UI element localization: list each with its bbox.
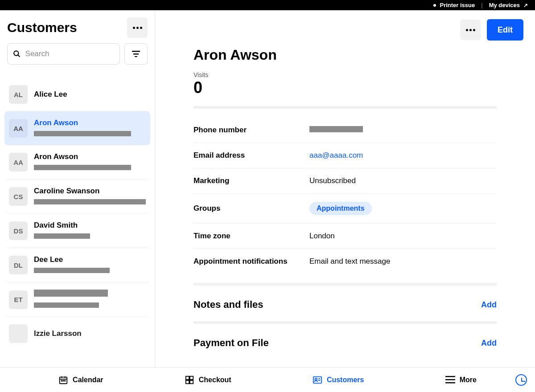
- sidebar-more-button[interactable]: [127, 17, 148, 38]
- customer-subtext: [34, 302, 146, 310]
- redacted-phone: [309, 126, 363, 132]
- groups-row: Groups Appointments: [193, 194, 497, 224]
- customer-name: Aron Awson: [34, 118, 146, 127]
- customer-name: Dee Lee: [34, 255, 146, 264]
- svg-point-10: [63, 380, 64, 381]
- customer-subtext: [34, 267, 146, 275]
- customer-text: Aron Awson: [34, 118, 146, 138]
- nav-customers-label: Customers: [327, 376, 364, 384]
- email-label: Email address: [193, 151, 309, 160]
- external-arrow-icon: ↗: [523, 2, 528, 8]
- customer-list[interactable]: ALAlice LeeAAAron AwsonAAAron AwsonCSCar…: [0, 70, 155, 367]
- detail-more-button[interactable]: [460, 20, 481, 40]
- notes-section-header: Notes and files Add: [193, 294, 497, 312]
- customer-name: Aron Awson: [34, 152, 146, 161]
- svg-rect-16: [313, 376, 321, 383]
- page-title: Customers: [7, 20, 77, 35]
- nav-checkout-label: Checkout: [199, 376, 231, 384]
- customers-sidebar: Customers ALAlice LeeAAAron AwsonAAAron: [0, 10, 155, 367]
- section-divider: [193, 321, 497, 324]
- section-divider: [193, 106, 497, 109]
- svg-rect-15: [190, 380, 193, 383]
- group-pill-appointments[interactable]: Appointments: [309, 202, 372, 215]
- grid-icon: [185, 375, 194, 385]
- notifications-row: Appointment notifications Email and text…: [193, 249, 497, 274]
- system-topbar: Printer issue | My devices ↗: [0, 0, 535, 10]
- search-box[interactable]: [7, 43, 120, 65]
- avatar: AA: [9, 119, 28, 138]
- add-payment-button[interactable]: Add: [481, 339, 497, 348]
- customer-name: [34, 290, 146, 299]
- timezone-value: London: [309, 232, 497, 241]
- filter-button[interactable]: [124, 43, 148, 65]
- customer-detail-panel: Edit Aron Awson Visits 0 Phone number Em…: [155, 10, 535, 367]
- add-notes-button[interactable]: Add: [481, 300, 497, 310]
- edit-button[interactable]: Edit: [487, 19, 523, 41]
- customer-subtext: [34, 198, 146, 206]
- redacted-bar: [34, 199, 146, 204]
- avatar: [9, 324, 28, 343]
- nav-calendar-label: Calendar: [73, 376, 103, 384]
- groups-label: Groups: [193, 204, 309, 213]
- customer-list-item[interactable]: ALAlice Lee: [4, 78, 150, 111]
- avatar: AA: [9, 153, 28, 172]
- customer-text: Aron Awson: [34, 152, 146, 172]
- timezone-label: Time zone: [193, 232, 309, 241]
- more-icon: [133, 27, 142, 29]
- customer-list-item[interactable]: DSDavid Smith: [4, 214, 150, 248]
- timezone-row: Time zone London: [193, 224, 497, 249]
- phone-value: [309, 126, 497, 135]
- customer-text: Dee Lee: [34, 255, 146, 275]
- nav-calendar[interactable]: Calendar: [58, 375, 103, 385]
- avatar: ET: [9, 290, 28, 309]
- phone-row: Phone number: [193, 118, 497, 143]
- menu-icon: [445, 375, 455, 385]
- calendar-icon: [58, 375, 68, 385]
- redacted-bar: [34, 302, 99, 308]
- printer-issue-alert[interactable]: Printer issue: [433, 2, 475, 8]
- svg-rect-20: [445, 376, 455, 377]
- customer-list-item[interactable]: AAAron Awson: [4, 111, 150, 145]
- marketing-row: Marketing Unsubscribed: [193, 168, 497, 194]
- nav-more-label: More: [460, 376, 477, 384]
- phone-label: Phone number: [193, 126, 309, 135]
- customer-list-item[interactable]: Izzie Larsson: [4, 317, 150, 350]
- customer-name: Izzie Larsson: [34, 329, 146, 338]
- redacted-bar: [34, 233, 90, 239]
- search-input[interactable]: [25, 49, 114, 58]
- customer-subtext: [34, 164, 146, 172]
- svg-point-9: [62, 380, 62, 381]
- avatar: DL: [9, 256, 28, 274]
- customer-name: David Smith: [34, 221, 146, 230]
- email-value[interactable]: aaa@aaaa.com: [309, 151, 497, 160]
- clock-icon[interactable]: [515, 374, 527, 386]
- groups-value: Appointments: [309, 202, 497, 215]
- customer-subtext: [34, 130, 146, 138]
- customer-list-item[interactable]: AAAron Awson: [4, 145, 150, 180]
- notifications-value: Email and text message: [309, 257, 497, 266]
- customer-list-item[interactable]: CSCaroline Swanson: [4, 180, 150, 214]
- svg-rect-13: [190, 376, 193, 379]
- customer-list-item[interactable]: ET: [4, 282, 150, 317]
- svg-rect-14: [186, 380, 189, 383]
- search-icon: [13, 49, 21, 58]
- topbar-separator: |: [481, 2, 482, 8]
- visits-label: Visits: [193, 71, 497, 78]
- customer-text: Alice Lee: [34, 90, 146, 99]
- nav-customers[interactable]: Customers: [313, 375, 364, 385]
- bottom-nav: Calendar Checkout Customers More: [0, 367, 535, 392]
- nav-checkout[interactable]: Checkout: [185, 375, 231, 385]
- svg-rect-2: [132, 51, 140, 52]
- visits-value: 0: [193, 78, 497, 97]
- customer-list-item[interactable]: DLDee Lee: [4, 248, 150, 282]
- svg-point-17: [315, 378, 317, 380]
- id-card-icon: [313, 375, 322, 385]
- redacted-bar: [34, 165, 131, 170]
- nav-more[interactable]: More: [445, 375, 477, 385]
- my-devices-link[interactable]: My devices ↗: [489, 2, 528, 8]
- customer-text: David Smith: [34, 221, 146, 241]
- avatar: DS: [9, 221, 28, 240]
- avatar: CS: [9, 187, 28, 206]
- svg-point-11: [65, 380, 66, 381]
- svg-rect-21: [445, 379, 455, 380]
